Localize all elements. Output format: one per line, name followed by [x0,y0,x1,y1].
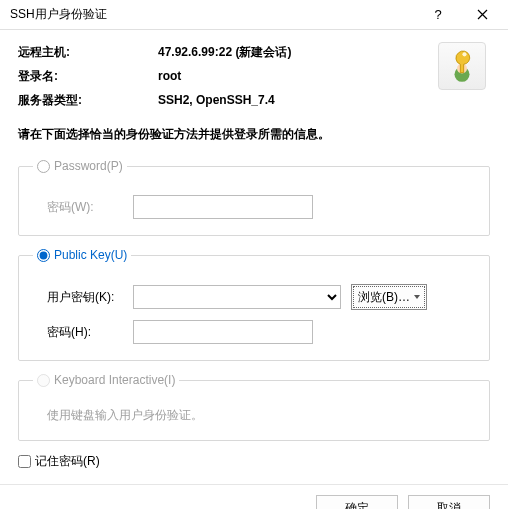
key-password-label: 密码(H): [33,324,123,341]
keyboard-legend: Keyboard Interactive(I) [54,373,175,387]
password-legend: Password(P) [54,159,123,173]
login-label: 登录名: [18,64,158,88]
keyboard-radio-label[interactable]: Keyboard Interactive(I) [37,373,175,387]
instruction-text: 请在下面选择恰当的身份验证方法并提供登录所需的信息。 [18,126,490,143]
publickey-legend: Public Key(U) [54,248,127,262]
userkey-label: 用户密钥(K): [33,289,123,306]
key-password-input[interactable] [133,320,313,344]
server-label: 服务器类型: [18,88,158,112]
close-icon [477,9,488,20]
publickey-radio[interactable] [37,249,50,262]
help-button[interactable]: ? [416,1,460,29]
remember-password-text: 记住密码(R) [35,453,100,470]
browse-button-label: 浏览(B)… [358,290,410,304]
remember-password-checkbox[interactable] [18,455,31,468]
browse-button[interactable]: 浏览(B)… [351,284,427,310]
password-input[interactable] [133,195,313,219]
password-radio[interactable] [37,160,50,173]
svg-point-2 [462,52,466,56]
keyboard-radio[interactable] [37,374,50,387]
publickey-group: Public Key(U) 用户密钥(K): 浏览(B)… 密码(H): [18,248,490,361]
password-group: Password(P) 密码(W): [18,159,490,236]
keyboard-group: Keyboard Interactive(I) 使用键盘输入用户身份验证。 [18,373,490,441]
userkey-select[interactable] [133,285,341,309]
auth-key-icon [438,42,486,90]
publickey-radio-label[interactable]: Public Key(U) [37,248,127,262]
keyboard-hint: 使用键盘输入用户身份验证。 [33,407,475,424]
ok-button[interactable]: 确定 [316,495,398,509]
titlebar: SSH用户身份验证 ? [0,0,508,30]
chevron-down-icon [414,295,420,299]
window-title: SSH用户身份验证 [10,6,416,23]
dialog-footer: 确定 取消 [18,485,490,509]
remember-password-label[interactable]: 记住密码(R) [18,453,490,470]
password-radio-label[interactable]: Password(P) [37,159,123,173]
cancel-button[interactable]: 取消 [408,495,490,509]
password-field-label: 密码(W): [33,199,123,216]
server-value: SSH2, OpenSSH_7.4 [158,88,490,112]
connection-info: 远程主机: 登录名: 服务器类型: 47.92.6.99:22 (新建会话) r… [18,40,490,112]
host-label: 远程主机: [18,40,158,64]
close-button[interactable] [460,1,504,29]
